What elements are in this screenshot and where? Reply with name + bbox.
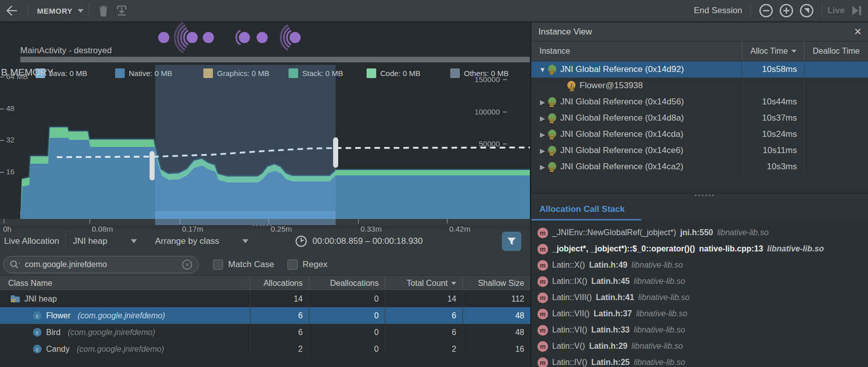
splitter-grip: •••••• (695, 192, 715, 198)
x-axis-tick: 0.42m (449, 225, 471, 233)
heap-selector[interactable]: JNI heap (73, 236, 137, 246)
arrange-selector[interactable]: Arrange by class (155, 236, 249, 246)
memory-chart[interactable]: B MEMORY Java: 0 MB Native: 0 MB Graphic… (0, 65, 530, 233)
legend-item-code: Code: 0 MB (367, 68, 420, 78)
filter-button[interactable] (502, 232, 521, 251)
expand-collapse-icon[interactable] (537, 115, 548, 122)
top-toolbar: MEMORY End Session (0, 0, 868, 22)
go-live-button[interactable] (845, 0, 868, 22)
stack-frame[interactable]: m Latin::VIII() Latin.h:41 libnative-lib… (531, 289, 868, 306)
column-header-deallocations[interactable]: Deallocations (309, 277, 385, 289)
heap-folder-icon (10, 295, 20, 303)
toolbar-separator (89, 3, 89, 18)
zoom-out-button[interactable] (756, 0, 776, 22)
back-arrow-icon (4, 3, 19, 18)
search-icon (10, 260, 21, 270)
expand-collapse-icon[interactable] (537, 66, 548, 74)
zoom-in-icon (779, 3, 794, 18)
memory-usage-plot (0, 98, 530, 225)
match-case-checkbox[interactable] (213, 260, 223, 270)
class-icon: c (32, 327, 42, 337)
column-header-dealloc-time[interactable]: Dealloc Time (805, 42, 868, 61)
stack-frame[interactable]: m Latin::VI() Latin.h:33 libnative-lib.s… (531, 322, 868, 338)
search-field[interactable]: ✕ (3, 256, 199, 273)
close-icon[interactable]: ✕ (854, 26, 862, 38)
live-button[interactable]: Live (827, 6, 845, 16)
regex-label: Regex (303, 260, 328, 270)
filter-funnel-icon (506, 236, 517, 247)
table-row-jni-heap[interactable]: JNI heap 14 0 14 112 (0, 290, 530, 307)
activity-lifecycle-label: MainActivity - destroyed (20, 46, 112, 56)
stack-frame[interactable]: m Latin::X() Latin.h:49 libnative-lib.so (531, 257, 868, 273)
zoom-in-button[interactable] (776, 0, 797, 22)
table-row-candy[interactable]: c Candy(com.google.jnirefdemo) 2 0 2 16 (0, 341, 530, 357)
svg-text:c: c (36, 346, 39, 352)
instance-table-header: Instance Alloc Time Dealloc Time (531, 42, 868, 61)
x-axis-tick: 0h (3, 225, 12, 233)
column-header-total-count[interactable]: Total Count (385, 277, 463, 289)
method-icon: m (537, 309, 548, 319)
svg-text:c: c (36, 329, 39, 336)
table-row-flower[interactable]: c Flower(com.google.jnirefdemo) 6 0 6 48 (0, 307, 530, 324)
jni-reference-icon (548, 145, 557, 156)
profiler-selector[interactable]: MEMORY (33, 0, 84, 22)
instance-row[interactable]: JNI Global Reference (0x14cda) 10s24ms (531, 126, 868, 142)
y-axis-tick: 32 (6, 135, 15, 144)
instance-child-row[interactable]: f Flower@153938 (531, 78, 868, 94)
activity-lifetime-bar (20, 57, 530, 62)
end-session-button[interactable]: End Session (694, 6, 742, 16)
back-button[interactable] (0, 0, 22, 22)
expand-collapse-icon[interactable] (537, 98, 548, 106)
expand-collapse-icon[interactable] (537, 163, 548, 171)
call-stack-tabbar: Allocation Call Stack (531, 199, 868, 221)
instance-row[interactable]: JNI Global Reference (0x14d56) 10s44ms (531, 94, 868, 110)
instance-row[interactable]: JNI Global Reference (0x14ce6) 10s11ms (531, 142, 868, 159)
table-row-bird[interactable]: c Bird(com.google.jnirefdemo) 6 0 6 48 (0, 324, 530, 341)
panel-splitter-horizontal[interactable]: •••••• (531, 193, 868, 199)
x-axis-tick: 0.17m (182, 225, 203, 233)
instance-row[interactable]: JNI Global Reference (0x14d8a) 10s37ms (531, 110, 868, 126)
method-icon: m (537, 260, 548, 271)
instance-view-header: Instance View ✕ (531, 22, 868, 42)
event-timeline[interactable]: MainActivity - destroyed (0, 22, 530, 65)
live-allocation-label: Live Allocation (4, 236, 59, 246)
search-input[interactable] (25, 260, 182, 269)
stack-frame-selected[interactable]: m _jobject*, _jobject*)::$_0::operator()… (531, 241, 868, 257)
export-icon (116, 5, 128, 17)
discard-session-button[interactable] (94, 0, 113, 22)
right-axis-tick: 100000 (461, 107, 507, 116)
profiler-label: MEMORY (37, 7, 73, 15)
legend-item-stack: Stack: 0 MB (288, 68, 343, 78)
method-icon: m (537, 292, 548, 303)
export-session-button[interactable] (113, 0, 131, 22)
column-header-shallow-size[interactable]: Shallow Size (463, 277, 530, 289)
stack-frame[interactable]: m _JNIEnv::NewGlobalRef(_jobject*) jni.h… (531, 225, 868, 241)
instance-row[interactable]: JNI Global Reference (0x14d92) 10s58ms (531, 61, 868, 78)
search-row: ✕ Match Case Regex (0, 253, 530, 276)
column-header-class-name[interactable]: Class Name (0, 277, 250, 289)
column-header-instance[interactable]: Instance (531, 42, 742, 61)
stack-frame[interactable]: m Latin::IX() Latin.h:45 libnative-lib.s… (531, 273, 868, 289)
tab-allocation-call-stack[interactable]: Allocation Call Stack (539, 204, 625, 214)
field-instance-icon: f (567, 81, 576, 91)
column-header-alloc-time[interactable]: Alloc Time (742, 42, 805, 61)
clear-search-icon[interactable]: ✕ (182, 260, 192, 270)
column-header-allocations[interactable]: Allocations (250, 277, 309, 289)
native-swatch (115, 68, 125, 78)
clock-icon (295, 235, 307, 247)
expand-collapse-icon[interactable] (537, 147, 548, 155)
x-axis-tick: 0.08m (92, 225, 113, 233)
stack-frame[interactable]: m Latin::VII() Latin.h:37 libnative-lib.… (531, 306, 868, 322)
x-axis-tick: 0.33m (360, 225, 382, 233)
reset-zoom-button[interactable] (797, 0, 817, 22)
expand-collapse-icon[interactable] (537, 131, 548, 138)
instance-row[interactable]: JNI Global Reference (0x14ca2) 10s3ms (531, 159, 868, 175)
toolbar-separator (65, 234, 66, 248)
selection-handle-right[interactable] (333, 137, 338, 168)
instance-view-title: Instance View (538, 27, 592, 37)
stack-frame[interactable]: m Latin::V() Latin.h:29 libnative-lib.so (531, 338, 868, 354)
regex-checkbox[interactable] (287, 260, 298, 270)
match-case-label: Match Case (228, 260, 274, 270)
stack-frame[interactable]: m Latin::IV() Latin.h:25 libnative-lib.s… (531, 354, 868, 367)
selection-handle-left[interactable] (150, 151, 155, 180)
